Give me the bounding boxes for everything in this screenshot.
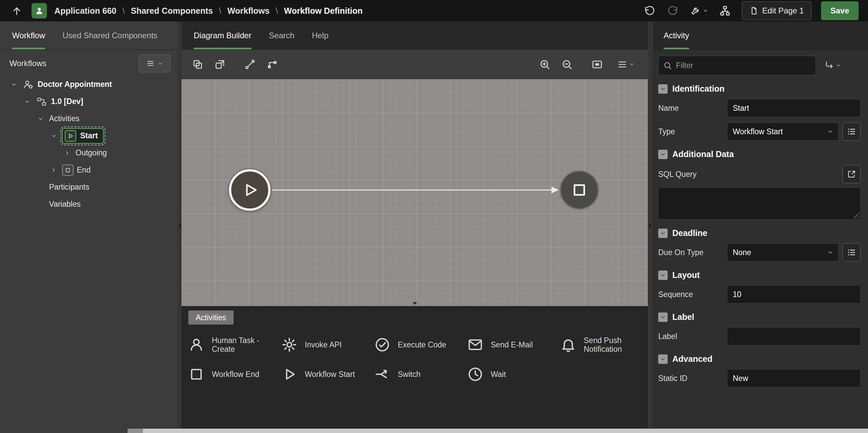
field-label: Label (658, 327, 861, 345)
zoom-in-icon[interactable] (538, 58, 552, 71)
tree-node-version[interactable]: 1.0 [Dev] (0, 93, 177, 110)
apex-workflow-editor: Application 660 \ Shared Components \ Wo… (0, 0, 868, 433)
tree-node-end[interactable]: End (0, 161, 177, 179)
diagram-menu-button[interactable] (617, 59, 634, 69)
duplicate-node-icon[interactable] (213, 58, 226, 71)
elbow-connector-tool-icon[interactable] (266, 58, 279, 71)
palette-item-execute-code[interactable]: Execute Code (374, 330, 467, 360)
sitemap-icon[interactable] (718, 3, 733, 18)
zoom-out-icon[interactable] (560, 58, 574, 71)
collapse-palette-icon[interactable] (411, 302, 418, 305)
palette-item-wait[interactable]: Wait (467, 360, 560, 389)
section-layout: Layout (658, 270, 861, 280)
palette-tab-activities[interactable]: Activities (188, 310, 234, 324)
sql-query-popout-button[interactable] (842, 165, 861, 183)
save-button[interactable]: Save (821, 1, 859, 20)
go-to-group-button[interactable] (823, 56, 843, 74)
sql-query-editor-wrap (658, 187, 861, 219)
edit-page-button[interactable]: Edit Page 1 (742, 1, 812, 20)
utilities-menu-button[interactable] (690, 5, 708, 16)
chevron-collapsed-icon[interactable] (62, 148, 72, 158)
collapse-toggle-icon[interactable] (658, 354, 668, 364)
straight-connector-tool-icon[interactable] (243, 58, 257, 71)
redo-icon[interactable] (666, 3, 681, 18)
bell-icon (560, 337, 576, 353)
collapse-toggle-icon[interactable] (658, 84, 668, 94)
collapse-toggle-icon[interactable] (658, 271, 668, 280)
filter-input[interactable] (676, 61, 811, 70)
tree-node-participants[interactable]: Participants (0, 179, 177, 196)
application-icon[interactable] (32, 3, 47, 19)
diagram-canvas[interactable] (182, 79, 648, 306)
tab-search[interactable]: Search (269, 22, 294, 49)
tree-node-activities[interactable]: Activities (0, 110, 177, 127)
undo-icon[interactable] (642, 3, 656, 18)
palette-item-send-email[interactable]: Send E-Mail (467, 330, 560, 360)
up-arrow-icon[interactable] (9, 3, 24, 18)
filter-row (653, 50, 868, 75)
breadcrumb-application[interactable]: Application 660 (54, 6, 117, 16)
right-splitter[interactable] (648, 22, 653, 429)
collapse-left-icon[interactable] (177, 223, 182, 229)
name-input[interactable] (727, 99, 861, 117)
tree-node-outgoing[interactable]: Outgoing (0, 144, 177, 161)
chevron-expanded-icon[interactable] (9, 80, 19, 90)
chevron-collapsed-icon[interactable] (49, 165, 59, 175)
scrollbar-thumb[interactable] (128, 429, 143, 433)
open-in-new-icon (847, 170, 856, 179)
collapse-toggle-icon[interactable] (658, 312, 668, 322)
collapse-toggle-icon[interactable] (658, 150, 668, 159)
workflows-title: Workflows (9, 59, 46, 68)
canvas-node-end[interactable] (561, 172, 598, 209)
palette-item-workflow-start[interactable]: Workflow Start (281, 360, 374, 389)
sql-query-textarea[interactable] (658, 187, 861, 219)
field-sql-query-header: SQL Query (658, 165, 861, 183)
fit-to-window-icon[interactable] (590, 58, 604, 71)
chevron-down-icon (629, 62, 634, 67)
type-select[interactable]: Workflow Start (727, 123, 838, 141)
filter-searchbox[interactable] (658, 56, 816, 75)
due-on-type-select[interactable]: None (727, 243, 838, 261)
tree-node-start[interactable]: Start (0, 127, 177, 144)
hamburger-icon (617, 59, 627, 69)
tree-start-selected-chip[interactable]: Start (62, 128, 104, 144)
collapse-right-icon[interactable] (648, 223, 653, 229)
scrollbar-track[interactable] (143, 429, 868, 433)
due-on-type-list-button[interactable] (842, 243, 861, 261)
left-splitter[interactable] (177, 22, 182, 429)
label-input[interactable] (727, 327, 861, 345)
palette-item-human-task-create[interactable]: Human Task - Create (188, 330, 281, 360)
canvas-node-start[interactable] (229, 169, 271, 211)
section-additional-data: Additional Data (658, 149, 861, 159)
search-icon (663, 61, 672, 70)
workflows-menu-button[interactable] (138, 54, 170, 72)
main-area: Workflow Used Shared Components Workflow… (0, 22, 868, 429)
breadcrumb-workflows[interactable]: Workflows (227, 6, 270, 16)
tab-activity[interactable]: Activity (663, 22, 689, 49)
tab-workflow[interactable]: Workflow (12, 22, 45, 49)
chevron-expanded-icon[interactable] (22, 97, 32, 107)
tab-diagram-builder[interactable]: Diagram Builder (194, 22, 251, 49)
section-deadline: Deadline (658, 228, 861, 238)
chevron-expanded-icon[interactable] (36, 114, 45, 124)
palette-item-workflow-end[interactable]: Workflow End (188, 360, 281, 389)
breadcrumb-shared-components[interactable]: Shared Components (131, 6, 213, 16)
palette-item-invoke-api[interactable]: Invoke API (281, 330, 374, 360)
static-id-input[interactable] (727, 369, 861, 388)
sequence-input[interactable] (727, 285, 861, 303)
breadcrumb-separator: \ (276, 6, 278, 16)
tab-used-shared-components[interactable]: Used Shared Components (62, 22, 157, 49)
section-advanced: Advanced (658, 354, 861, 364)
palette-grid: Human Task - Create Invoke API Execute C… (188, 330, 648, 389)
tab-help[interactable]: Help (312, 22, 328, 49)
tree-node-variables[interactable]: Variables (0, 196, 177, 213)
select-multiple-icon[interactable] (191, 58, 205, 71)
type-list-button[interactable] (842, 123, 861, 141)
chevron-expanded-icon[interactable] (49, 131, 59, 141)
section-identification: Identification (658, 84, 861, 94)
palette-item-switch[interactable]: Switch (374, 360, 467, 389)
tree-node-doctor-appointment[interactable]: Doctor Appointment (0, 76, 177, 93)
collapse-toggle-icon[interactable] (658, 228, 668, 238)
palette-item-send-push-notification[interactable]: Send Push Notification (560, 330, 653, 360)
play-icon (281, 366, 298, 382)
